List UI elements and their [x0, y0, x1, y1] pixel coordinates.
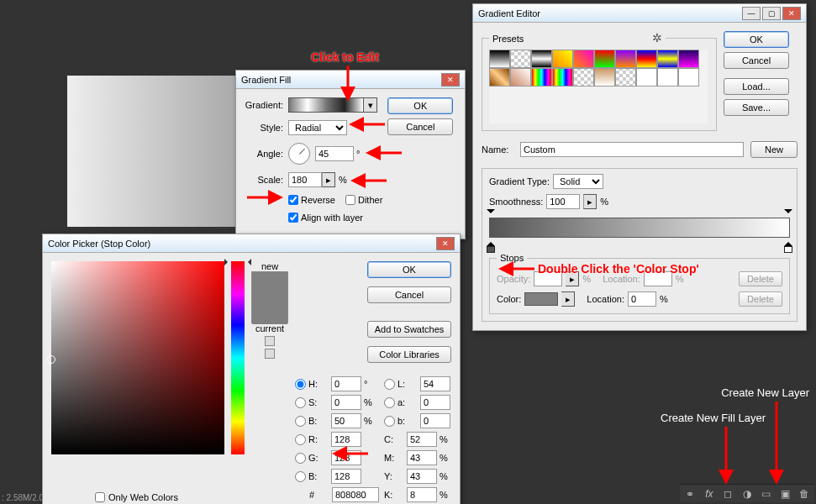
only-web-colors-checkbox[interactable] [95, 492, 105, 502]
color-location-input[interactable] [628, 291, 656, 307]
c-label: C: [384, 434, 404, 444]
gradient-fill-dialog: Gradient Fill ✕ Gradient: ▾ Style: Radia… [235, 70, 466, 239]
hue-slider[interactable] [231, 261, 245, 454]
s-radio[interactable] [295, 397, 306, 408]
b-hsb-input[interactable] [331, 413, 361, 428]
smoothness-flyout[interactable]: ▸ [583, 194, 597, 209]
r-radio[interactable] [295, 434, 306, 445]
h-radio[interactable] [295, 379, 306, 390]
b-lab-radio[interactable] [384, 416, 395, 427]
color-flyout[interactable]: ▸ [561, 291, 575, 307]
color-stop-right[interactable] [784, 238, 792, 249]
s-input[interactable] [331, 395, 361, 410]
new-current-swatch[interactable] [251, 271, 288, 323]
gradient-preview[interactable] [288, 97, 364, 113]
align-checkbox[interactable] [288, 213, 298, 223]
ok-button[interactable]: OK [387, 97, 453, 114]
b-rgb-radio[interactable] [295, 471, 306, 482]
align-label: Align with layer [301, 213, 363, 223]
gradient-bar[interactable] [489, 218, 790, 238]
smoothness-label: Smoothness: [489, 197, 543, 207]
g-input[interactable] [331, 450, 361, 465]
angle-dial[interactable] [288, 143, 310, 165]
b-lab-input[interactable] [420, 413, 450, 428]
layers-panel-footer: ⚭ fx ◻ ◑ ▭ ▣ 🗑 [680, 484, 814, 502]
save-button[interactable]: Save... [724, 99, 789, 116]
angle-input[interactable] [315, 146, 354, 161]
k-label: K: [384, 490, 404, 500]
close-icon[interactable]: ✕ [782, 7, 801, 20]
add-swatches-button[interactable]: Add to Swatches [367, 321, 451, 338]
opacity-flyout: ▸ [566, 271, 579, 286]
cancel-button[interactable]: Cancel [387, 118, 453, 135]
c-input[interactable] [407, 432, 437, 447]
opacity-stop-left[interactable] [487, 209, 495, 218]
dither-checkbox[interactable] [345, 195, 355, 205]
close-icon[interactable]: ✕ [441, 73, 460, 87]
smoothness-input[interactable] [546, 194, 580, 209]
l-label: L: [397, 379, 418, 389]
r-input[interactable] [331, 432, 361, 447]
gradient-fill-titlebar[interactable]: Gradient Fill ✕ [236, 71, 465, 89]
link-icon[interactable]: ⚭ [685, 488, 696, 500]
cube-icon[interactable] [265, 336, 275, 346]
cube-icon[interactable] [265, 349, 275, 359]
gradient-dropdown-button[interactable]: ▾ [364, 97, 377, 113]
b-hsb-radio[interactable] [295, 416, 306, 427]
g-label: G: [308, 453, 329, 463]
b-rgb-label: B: [308, 471, 329, 481]
a-input[interactable] [420, 395, 450, 410]
annotation-create-fill: Create New Fill Layer [661, 412, 766, 424]
k-input[interactable] [407, 487, 437, 502]
fill-adjust-icon[interactable]: ◑ [742, 488, 753, 500]
close-icon[interactable]: ✕ [436, 237, 455, 250]
color-field[interactable] [51, 261, 224, 454]
gear-icon[interactable]: ✲ [652, 31, 662, 45]
new-button[interactable]: New [750, 141, 798, 158]
scale-flyout-button[interactable]: ▸ [322, 172, 335, 187]
minimize-icon[interactable]: — [742, 7, 761, 20]
reverse-checkbox[interactable] [288, 195, 298, 205]
new-layer-icon[interactable]: ▣ [780, 488, 791, 500]
preset-grid[interactable] [489, 50, 708, 123]
fx-icon[interactable]: fx [704, 488, 715, 500]
gradient-type-select[interactable]: Solid [553, 174, 603, 189]
cancel-button[interactable]: Cancel [367, 286, 451, 303]
style-select[interactable]: Radial [288, 120, 347, 135]
hash-label: # [309, 490, 329, 500]
h-input[interactable] [331, 376, 361, 391]
m-input[interactable] [407, 450, 437, 465]
g-radio[interactable] [295, 453, 306, 464]
color-cursor[interactable] [47, 355, 55, 364]
opacity-stop-right[interactable] [784, 209, 792, 218]
color-stop-left[interactable] [487, 238, 495, 249]
stops-legend: Stops [497, 253, 527, 263]
gradient-editor-titlebar[interactable]: Gradient Editor — ▢ ✕ [473, 4, 806, 23]
y-input[interactable] [407, 469, 437, 484]
l-input[interactable] [420, 376, 450, 391]
cancel-button[interactable]: Cancel [724, 52, 789, 69]
group-icon[interactable]: ▭ [761, 488, 771, 500]
ok-button[interactable]: OK [367, 261, 451, 278]
scale-input[interactable] [288, 172, 322, 187]
color-libraries-button[interactable]: Color Libraries [367, 346, 451, 363]
ok-button[interactable]: OK [724, 31, 789, 48]
dither-label: Dither [358, 195, 382, 205]
hex-input[interactable] [332, 487, 379, 502]
maximize-icon[interactable]: ▢ [762, 7, 781, 20]
color-picker-titlebar[interactable]: Color Picker (Stop Color) ✕ [43, 234, 460, 253]
dialog-title: Color Picker (Stop Color) [48, 239, 150, 249]
trash-icon[interactable]: 🗑 [798, 488, 809, 500]
color-swatch[interactable] [524, 292, 558, 306]
l-radio[interactable] [384, 379, 395, 390]
color-delete-button: Delete [739, 291, 782, 307]
b-rgb-input[interactable] [331, 469, 361, 484]
opacity-location-unit: % [676, 274, 684, 284]
color-picker-dialog: Color Picker (Stop Color) ✕ new current … [42, 234, 461, 504]
gradient-editor-dialog: Gradient Editor — ▢ ✕ Presets ✲ [472, 3, 807, 331]
mask-icon[interactable]: ◻ [723, 488, 734, 500]
name-input[interactable] [520, 142, 744, 157]
a-radio[interactable] [384, 397, 395, 408]
current-label: current [251, 323, 288, 333]
load-button[interactable]: Load... [724, 78, 789, 95]
